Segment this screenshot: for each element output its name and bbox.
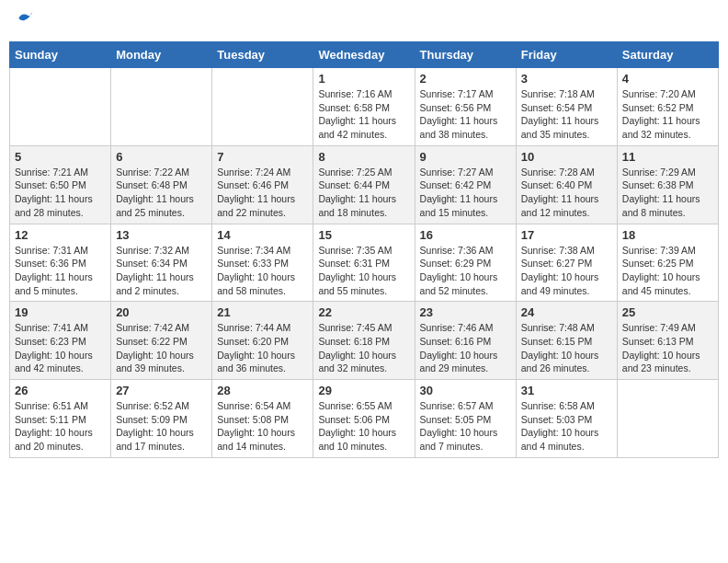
calendar-cell: 18Sunrise: 7:39 AM Sunset: 6:25 PM Dayli… bbox=[617, 224, 718, 302]
calendar-cell: 15Sunrise: 7:35 AM Sunset: 6:31 PM Dayli… bbox=[313, 224, 415, 302]
day-info: Sunrise: 7:44 AM Sunset: 6:20 PM Dayligh… bbox=[217, 321, 308, 375]
day-number: 17 bbox=[521, 228, 612, 242]
day-number: 28 bbox=[217, 384, 308, 397]
day-info: Sunrise: 7:29 AM Sunset: 6:38 PM Dayligh… bbox=[622, 166, 713, 220]
day-number: 6 bbox=[116, 150, 207, 164]
day-number: 23 bbox=[420, 305, 511, 319]
weekday-monday: Monday bbox=[111, 42, 212, 68]
calendar-cell: 27Sunrise: 6:52 AM Sunset: 5:09 PM Dayli… bbox=[111, 380, 212, 458]
calendar-cell: 30Sunrise: 6:57 AM Sunset: 5:05 PM Dayli… bbox=[415, 380, 516, 458]
calendar-cell: 24Sunrise: 7:48 AM Sunset: 6:15 PM Dayli… bbox=[516, 302, 617, 380]
calendar-cell: 14Sunrise: 7:34 AM Sunset: 6:33 PM Dayli… bbox=[212, 224, 313, 302]
calendar-cell: 11Sunrise: 7:29 AM Sunset: 6:38 PM Dayli… bbox=[617, 145, 718, 224]
calendar-cell: 29Sunrise: 6:55 AM Sunset: 5:06 PM Dayli… bbox=[313, 380, 415, 458]
calendar-week-3: 12Sunrise: 7:31 AM Sunset: 6:36 PM Dayli… bbox=[10, 224, 719, 302]
day-number: 12 bbox=[15, 228, 106, 242]
page-header bbox=[9, 9, 719, 32]
day-info: Sunrise: 7:46 AM Sunset: 6:16 PM Dayligh… bbox=[420, 321, 511, 375]
day-info: Sunrise: 7:45 AM Sunset: 6:18 PM Dayligh… bbox=[318, 321, 409, 375]
weekday-sunday: Sunday bbox=[10, 42, 111, 68]
day-number: 11 bbox=[622, 150, 713, 164]
day-number: 19 bbox=[15, 305, 106, 319]
day-info: Sunrise: 7:27 AM Sunset: 6:42 PM Dayligh… bbox=[420, 166, 511, 220]
calendar-cell: 7Sunrise: 7:24 AM Sunset: 6:46 PM Daylig… bbox=[212, 145, 313, 224]
day-info: Sunrise: 7:20 AM Sunset: 6:52 PM Dayligh… bbox=[622, 87, 713, 142]
calendar-cell: 25Sunrise: 7:49 AM Sunset: 6:13 PM Dayli… bbox=[617, 302, 718, 380]
logo-icon bbox=[16, 9, 34, 28]
day-info: Sunrise: 7:28 AM Sunset: 6:40 PM Dayligh… bbox=[521, 166, 612, 220]
calendar-cell bbox=[212, 68, 313, 146]
day-info: Sunrise: 7:49 AM Sunset: 6:13 PM Dayligh… bbox=[622, 321, 713, 375]
day-info: Sunrise: 6:55 AM Sunset: 5:06 PM Dayligh… bbox=[318, 399, 409, 454]
calendar-table: SundayMondayTuesdayWednesdayThursdayFrid… bbox=[9, 41, 719, 458]
day-info: Sunrise: 6:52 AM Sunset: 5:09 PM Dayligh… bbox=[116, 399, 207, 454]
calendar-cell: 13Sunrise: 7:32 AM Sunset: 6:34 PM Dayli… bbox=[111, 224, 212, 302]
calendar-cell: 10Sunrise: 7:28 AM Sunset: 6:40 PM Dayli… bbox=[516, 145, 617, 224]
day-number: 4 bbox=[622, 72, 713, 86]
calendar-cell bbox=[617, 380, 718, 458]
calendar-cell: 28Sunrise: 6:54 AM Sunset: 5:08 PM Dayli… bbox=[212, 380, 313, 458]
day-info: Sunrise: 6:57 AM Sunset: 5:05 PM Dayligh… bbox=[420, 399, 511, 454]
day-info: Sunrise: 6:51 AM Sunset: 5:11 PM Dayligh… bbox=[15, 399, 106, 454]
day-number: 30 bbox=[420, 384, 511, 397]
day-number: 10 bbox=[521, 150, 612, 164]
calendar-cell: 19Sunrise: 7:41 AM Sunset: 6:23 PM Dayli… bbox=[10, 302, 111, 380]
day-number: 2 bbox=[420, 72, 511, 86]
day-info: Sunrise: 7:39 AM Sunset: 6:25 PM Dayligh… bbox=[622, 244, 713, 298]
day-number: 24 bbox=[521, 305, 612, 319]
day-info: Sunrise: 7:17 AM Sunset: 6:56 PM Dayligh… bbox=[420, 87, 511, 142]
calendar-cell: 4Sunrise: 7:20 AM Sunset: 6:52 PM Daylig… bbox=[617, 68, 718, 146]
calendar-cell: 20Sunrise: 7:42 AM Sunset: 6:22 PM Dayli… bbox=[111, 302, 212, 380]
day-info: Sunrise: 7:35 AM Sunset: 6:31 PM Dayligh… bbox=[318, 244, 409, 298]
day-info: Sunrise: 7:16 AM Sunset: 6:58 PM Dayligh… bbox=[318, 87, 409, 142]
day-info: Sunrise: 7:31 AM Sunset: 6:36 PM Dayligh… bbox=[15, 244, 106, 298]
day-number: 13 bbox=[116, 228, 207, 242]
day-number: 31 bbox=[521, 384, 612, 397]
day-number: 27 bbox=[116, 384, 207, 397]
day-info: Sunrise: 7:24 AM Sunset: 6:46 PM Dayligh… bbox=[217, 166, 308, 220]
day-number: 14 bbox=[217, 228, 308, 242]
calendar-cell bbox=[10, 68, 111, 146]
day-info: Sunrise: 7:21 AM Sunset: 6:50 PM Dayligh… bbox=[15, 166, 106, 220]
day-number: 26 bbox=[15, 384, 106, 397]
calendar-week-2: 5Sunrise: 7:21 AM Sunset: 6:50 PM Daylig… bbox=[10, 145, 719, 224]
day-info: Sunrise: 7:48 AM Sunset: 6:15 PM Dayligh… bbox=[521, 321, 612, 375]
day-number: 22 bbox=[318, 305, 409, 319]
day-number: 7 bbox=[217, 150, 308, 164]
weekday-wednesday: Wednesday bbox=[313, 42, 415, 68]
calendar-week-1: 1Sunrise: 7:16 AM Sunset: 6:58 PM Daylig… bbox=[10, 68, 719, 146]
calendar-cell: 5Sunrise: 7:21 AM Sunset: 6:50 PM Daylig… bbox=[10, 145, 111, 224]
weekday-thursday: Thursday bbox=[415, 42, 516, 68]
day-number: 15 bbox=[318, 228, 409, 242]
calendar-cell: 12Sunrise: 7:31 AM Sunset: 6:36 PM Dayli… bbox=[10, 224, 111, 302]
weekday-saturday: Saturday bbox=[617, 42, 718, 68]
calendar-cell: 16Sunrise: 7:36 AM Sunset: 6:29 PM Dayli… bbox=[415, 224, 516, 302]
day-info: Sunrise: 7:38 AM Sunset: 6:27 PM Dayligh… bbox=[521, 244, 612, 298]
calendar-cell: 31Sunrise: 6:58 AM Sunset: 5:03 PM Dayli… bbox=[516, 380, 617, 458]
day-info: Sunrise: 7:36 AM Sunset: 6:29 PM Dayligh… bbox=[420, 244, 511, 298]
day-info: Sunrise: 7:32 AM Sunset: 6:34 PM Dayligh… bbox=[116, 244, 207, 298]
calendar-week-4: 19Sunrise: 7:41 AM Sunset: 6:23 PM Dayli… bbox=[10, 302, 719, 380]
day-number: 20 bbox=[116, 305, 207, 319]
day-info: Sunrise: 7:34 AM Sunset: 6:33 PM Dayligh… bbox=[217, 244, 308, 298]
calendar-body: 1Sunrise: 7:16 AM Sunset: 6:58 PM Daylig… bbox=[10, 68, 719, 458]
day-number: 18 bbox=[622, 228, 713, 242]
day-number: 8 bbox=[318, 150, 409, 164]
day-info: Sunrise: 7:42 AM Sunset: 6:22 PM Dayligh… bbox=[116, 321, 207, 375]
calendar-cell: 21Sunrise: 7:44 AM Sunset: 6:20 PM Dayli… bbox=[212, 302, 313, 380]
calendar-cell: 23Sunrise: 7:46 AM Sunset: 6:16 PM Dayli… bbox=[415, 302, 516, 380]
calendar-cell: 1Sunrise: 7:16 AM Sunset: 6:58 PM Daylig… bbox=[313, 68, 415, 146]
day-info: Sunrise: 6:58 AM Sunset: 5:03 PM Dayligh… bbox=[521, 399, 612, 454]
calendar-cell: 2Sunrise: 7:17 AM Sunset: 6:56 PM Daylig… bbox=[415, 68, 516, 146]
day-info: Sunrise: 7:25 AM Sunset: 6:44 PM Dayligh… bbox=[318, 166, 409, 220]
calendar-cell: 3Sunrise: 7:18 AM Sunset: 6:54 PM Daylig… bbox=[516, 68, 617, 146]
day-info: Sunrise: 7:22 AM Sunset: 6:48 PM Dayligh… bbox=[116, 166, 207, 220]
day-number: 3 bbox=[521, 72, 612, 86]
calendar-cell bbox=[111, 68, 212, 146]
calendar-cell: 26Sunrise: 6:51 AM Sunset: 5:11 PM Dayli… bbox=[10, 380, 111, 458]
day-number: 9 bbox=[420, 150, 511, 164]
day-number: 21 bbox=[217, 305, 308, 319]
day-number: 25 bbox=[622, 305, 713, 319]
logo bbox=[14, 9, 34, 32]
calendar-week-5: 26Sunrise: 6:51 AM Sunset: 5:11 PM Dayli… bbox=[10, 380, 719, 458]
